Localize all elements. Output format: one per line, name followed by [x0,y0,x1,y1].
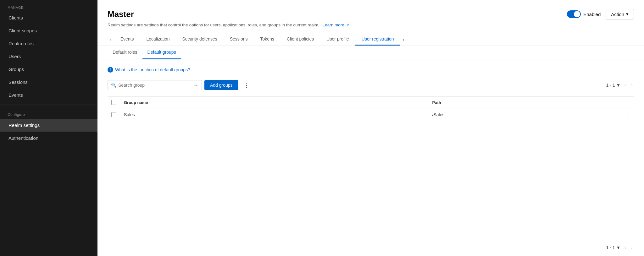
col-path: Path [429,97,621,108]
table-row: Sales /Sales ⋮ [108,108,634,121]
table-body: Sales /Sales ⋮ [108,108,634,121]
pagination-select: 1 - 1 ▼ [606,83,620,88]
main-tabs: ‹ Events Localization Security defenses … [108,33,634,46]
table-header: Group name Path [108,97,634,108]
search-row: 🔍 → Add groups ⋮ 1 - 1 ▼ ‹ › [108,80,634,90]
learn-more-link[interactable]: Learn more ↗ [323,23,349,27]
col-group-name: Group name [120,97,429,108]
enabled-toggle[interactable] [567,10,581,18]
sidebar-item-client-scopes[interactable]: Client scopes [0,24,97,37]
configure-section-label: Configure [0,108,97,119]
sidebar-item-realm-roles[interactable]: Realm roles [0,37,97,50]
bottom-pagination-select: 1 - 1 ▼ [606,245,620,250]
pagination-prev-arrow[interactable]: ‹ [623,82,627,89]
row-checkbox[interactable] [111,112,116,117]
search-input-wrapper: 🔍 → [108,80,202,90]
sub-tabs: Default roles Default groups [97,46,644,59]
header: Master Enabled Action ▾ Realm settings a… [97,0,644,46]
action-chevron-icon: ▾ [626,11,629,17]
bottom-pagination-next-arrow[interactable]: › [630,244,634,251]
add-groups-button[interactable]: Add groups [204,80,238,90]
main-content: Master Enabled Action ▾ Realm settings a… [97,0,644,256]
tab-user-registration[interactable]: User registration [355,33,400,46]
action-button-label: Action [611,12,624,17]
search-submit-icon[interactable]: → [193,82,198,88]
sidebar-item-events[interactable]: Events [0,89,97,101]
manage-section-label: Manage [0,0,97,11]
sidebar-item-groups[interactable]: Groups [0,63,97,76]
search-left: 🔍 → Add groups ⋮ [108,80,252,90]
cell-group-name: Sales [120,108,429,121]
groups-table: Group name Path Sales /Sales ⋮ [108,96,634,121]
sidebar-divider [0,105,97,105]
bottom-pagination-prev-arrow[interactable]: ‹ [623,244,627,251]
help-link[interactable]: ? What is the function of default groups… [108,67,634,73]
action-button[interactable]: Action ▾ [606,9,634,19]
content-area: ? What is the function of default groups… [97,59,644,239]
sidebar-item-realm-settings[interactable]: Realm settings [0,119,97,132]
sub-tab-default-groups[interactable]: Default groups [142,46,181,59]
tab-events[interactable]: Events [114,33,140,46]
subtitle-text: Realm settings are settings that control… [108,23,319,27]
sidebar-item-sessions[interactable]: Sessions [0,76,97,89]
tabs-left-arrow[interactable]: ‹ [108,34,114,45]
tab-localization[interactable]: Localization [140,33,176,46]
tab-user-profile[interactable]: User profile [320,33,355,46]
tab-client-policies[interactable]: Client policies [280,33,320,46]
sidebar-item-users[interactable]: Users [0,50,97,63]
cell-path: /Sales [429,108,621,121]
sidebar-item-clients[interactable]: Clients [0,11,97,24]
header-subtitle: Realm settings are settings that control… [108,22,634,28]
tab-tokens[interactable]: Tokens [254,33,280,46]
row-more-icon[interactable]: ⋮ [626,112,630,117]
sub-tab-default-roles[interactable]: Default roles [108,46,142,59]
tab-security-defenses[interactable]: Security defenses [176,33,223,46]
learn-more-text: Learn more [323,23,344,27]
page-title: Master [108,9,134,19]
pagination-next-arrow[interactable]: › [630,82,634,89]
external-link-icon: ↗ [346,23,349,27]
sidebar: Manage Clients Client scopes Realm roles… [0,0,97,256]
help-icon: ? [108,67,113,73]
help-link-text: What is the function of default groups? [115,67,190,72]
search-icon: 🔍 [111,83,116,88]
pagination-dropdown-icon[interactable]: ▼ [616,83,620,88]
select-all-checkbox[interactable] [111,100,116,105]
search-input[interactable] [118,83,193,88]
tabs-right-arrow[interactable]: › [400,34,407,45]
bottom-pagination: 1 - 1 ▼ ‹ › [97,239,644,256]
header-actions: Enabled Action ▾ [567,9,634,19]
bottom-pagination-dropdown-icon[interactable]: ▼ [616,245,620,250]
pagination-right: 1 - 1 ▼ ‹ › [606,82,634,89]
enabled-toggle-wrapper: Enabled [567,10,601,18]
bottom-pagination-info: 1 - 1 [606,245,615,250]
tab-sessions[interactable]: Sessions [224,33,254,46]
enabled-label: Enabled [583,12,601,17]
pagination-info: 1 - 1 [606,83,615,88]
sidebar-item-authentication[interactable]: Authentication [0,132,97,144]
more-options-icon[interactable]: ⋮ [241,80,252,90]
